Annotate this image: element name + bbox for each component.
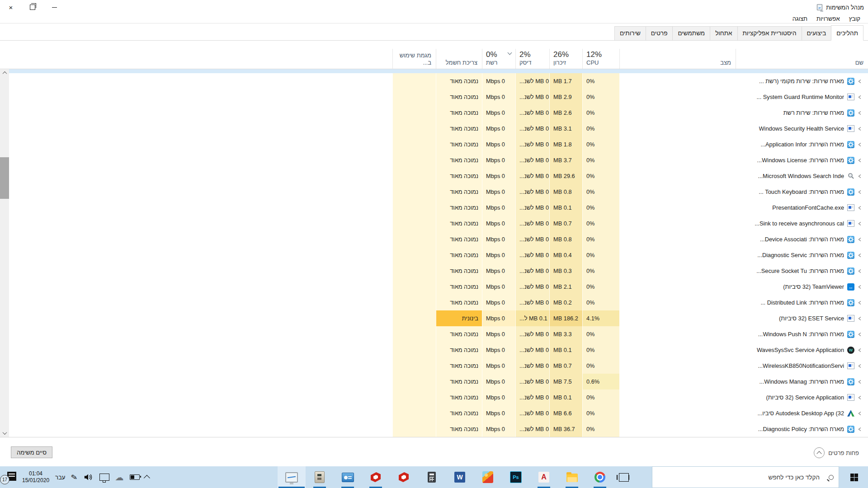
taskbar-app-display-app[interactable] bbox=[334, 466, 362, 488]
taskbar-app-file-explorer[interactable] bbox=[558, 466, 586, 488]
tab-5[interactable]: פרטים bbox=[646, 26, 673, 40]
vertical-scrollbar[interactable] bbox=[0, 69, 9, 437]
expand-chevron-icon[interactable] bbox=[858, 427, 862, 432]
expand-chevron-icon[interactable] bbox=[858, 79, 862, 84]
start-button[interactable] bbox=[840, 466, 868, 488]
taskbar-app-calculator[interactable] bbox=[418, 466, 446, 488]
expand-chevron-icon[interactable] bbox=[858, 142, 862, 147]
show-hidden-icons-chevron[interactable] bbox=[143, 475, 150, 481]
tab-2[interactable]: היסטוריית אפליקציות bbox=[737, 26, 802, 40]
expand-chevron-icon[interactable] bbox=[858, 221, 862, 226]
column-header-power-trend[interactable]: מגמת שימוש ב... bbox=[392, 49, 436, 69]
menu-item-2[interactable]: תצוגה bbox=[788, 14, 811, 23]
table-row[interactable]: מארח השירות: Touch Keyboard ...0%0.8 MB0… bbox=[0, 184, 868, 200]
restore-button[interactable] bbox=[22, 0, 43, 14]
task-view-button[interactable] bbox=[614, 466, 634, 488]
table-row[interactable]: מארח השירות: Diagnostic Servic...0%0.4 M… bbox=[0, 247, 868, 263]
expand-chevron-icon[interactable] bbox=[858, 269, 862, 273]
pen-icon[interactable]: ✎ bbox=[71, 472, 79, 482]
menu-item-0[interactable]: קובץ bbox=[845, 14, 864, 23]
scrollbar-thumb[interactable] bbox=[0, 157, 9, 199]
taskbar-app-word[interactable]: W bbox=[446, 466, 474, 488]
column-header-cpu[interactable]: 12% CPU bbox=[582, 49, 619, 69]
table-row[interactable]: WirelessKB850NotificationServi...0%0.7 M… bbox=[0, 358, 868, 374]
column-header-disk[interactable]: 2% דיסק bbox=[515, 49, 549, 69]
volume-icon[interactable] bbox=[84, 473, 94, 481]
taskbar-search[interactable] bbox=[652, 466, 839, 488]
taskbar-clock[interactable]: 01:04 15/01/2020 bbox=[22, 470, 49, 484]
table-row[interactable]: מארח השירות: Windows Push N...0%3.3 MB0 … bbox=[0, 326, 868, 342]
table-row[interactable]: ↔TeamViewer (32 סיביות)0%2.1 MB0 MB לשנ.… bbox=[0, 279, 868, 295]
table-row[interactable]: מארח שירות: שירות מקומי (רשת ...0%1.7 MB… bbox=[0, 73, 868, 89]
minimize-button[interactable] bbox=[43, 0, 65, 14]
table-row[interactable]: System Guard Runtime Monitor ...0%2.9 MB… bbox=[0, 89, 868, 105]
table-row[interactable]: מארח השירות: Windows Manag...0.6%7.5 MB0… bbox=[0, 374, 868, 389]
scroll-down-icon[interactable] bbox=[0, 429, 9, 437]
table-row[interactable]: מארח שירות: שירות רשת0%2.6 MB0 MB לשנ...… bbox=[0, 105, 868, 121]
network-icon[interactable] bbox=[99, 474, 109, 481]
column-header-memory[interactable]: 26% זיכרון bbox=[549, 49, 582, 69]
expand-chevron-icon[interactable] bbox=[858, 300, 862, 305]
tab-0[interactable]: תהליכים bbox=[831, 25, 863, 41]
expand-chevron-icon[interactable] bbox=[858, 380, 862, 384]
end-task-button[interactable]: סיים משימה bbox=[11, 446, 52, 458]
tab-3[interactable]: אתחול bbox=[710, 26, 737, 40]
expand-chevron-icon[interactable] bbox=[858, 237, 862, 242]
expand-chevron-icon[interactable] bbox=[858, 332, 862, 337]
close-button[interactable]: × bbox=[0, 0, 22, 14]
table-row[interactable]: Sink to receive asynchronous cal...0%0.7… bbox=[0, 216, 868, 231]
search-input[interactable] bbox=[652, 474, 823, 481]
table-row[interactable]: Autodesk Desktop App (32 סיביו...0%6.6 M… bbox=[0, 405, 868, 421]
scroll-up-icon[interactable] bbox=[0, 69, 9, 77]
tab-6[interactable]: שירותים bbox=[614, 26, 646, 40]
photoshop-icon: Ps bbox=[510, 471, 522, 483]
expand-chevron-icon[interactable] bbox=[858, 411, 862, 416]
tab-1[interactable]: ביצועים bbox=[802, 26, 832, 40]
column-header-power[interactable]: צריכת חשמל bbox=[436, 49, 482, 69]
table-row[interactable]: PresentationFontCache.exe0%0.1 MB0 MB לש… bbox=[0, 200, 868, 216]
table-row[interactable]: מארח השירות: Windows License...0%3.7 MB0… bbox=[0, 152, 868, 168]
table-row[interactable]: Windows Security Health Service0%3.1 MB0… bbox=[0, 121, 868, 136]
expand-chevron-icon[interactable] bbox=[858, 95, 862, 99]
taskbar-app-autocad[interactable]: A bbox=[530, 466, 558, 488]
expand-chevron-icon[interactable] bbox=[858, 348, 862, 352]
taskbar-app-chrome[interactable] bbox=[586, 466, 614, 488]
expand-chevron-icon[interactable] bbox=[858, 395, 862, 400]
expand-chevron-icon[interactable] bbox=[858, 190, 862, 194]
fewer-details-toggle[interactable]: פחות פרטים bbox=[814, 447, 859, 458]
expand-chevron-icon[interactable] bbox=[858, 111, 862, 115]
tab-4[interactable]: משתמשים bbox=[672, 26, 710, 40]
expand-chevron-icon[interactable] bbox=[858, 316, 862, 321]
table-row[interactable]: מארח השירות: Device Associati...0%0.8 MB… bbox=[0, 231, 868, 247]
taskbar-app-machine-app[interactable] bbox=[306, 466, 334, 488]
table-row[interactable]: מארח השירות: Secure Socket Tu...0%0.3 MB… bbox=[0, 263, 868, 279]
table-row[interactable]: מארח השירות: Diagnostic Policy...0%36.7 … bbox=[0, 421, 868, 437]
menu-item-1[interactable]: אפשרויות bbox=[812, 14, 844, 23]
language-indicator[interactable]: עבר bbox=[55, 474, 65, 481]
expand-chevron-icon[interactable] bbox=[858, 206, 862, 210]
expand-chevron-icon[interactable] bbox=[858, 158, 862, 163]
table-row[interactable]: מארח השירות: Application Infor...0%1.8 M… bbox=[0, 136, 868, 152]
expand-chevron-icon[interactable] bbox=[858, 127, 862, 131]
column-header-name[interactable]: שם bbox=[736, 49, 868, 69]
table-row[interactable]: WWavesSysSvc Service Application0%0.1 MB… bbox=[0, 342, 868, 358]
taskbar-app-sketchup-2[interactable] bbox=[390, 466, 418, 488]
notification-center-icon[interactable]: 17 bbox=[3, 472, 16, 483]
expand-chevron-icon[interactable] bbox=[858, 253, 862, 258]
taskbar-app-photoshop[interactable]: Ps bbox=[502, 466, 530, 488]
expand-chevron-icon[interactable] bbox=[858, 285, 862, 289]
column-header-network[interactable]: 0% רשת bbox=[482, 49, 515, 69]
column-header-status[interactable]: מצב bbox=[619, 49, 736, 69]
taskbar-app-task-manager[interactable] bbox=[278, 466, 306, 488]
table-row[interactable]: מארח השירות: Distributed Link ...0%0.2 M… bbox=[0, 295, 868, 310]
onedrive-cloud-icon[interactable]: ☁ bbox=[115, 472, 124, 483]
table-row[interactable]: Service Application (32 סיביות)0%0.1 MB0… bbox=[0, 389, 868, 405]
table-row[interactable]: Microsoft Windows Search Inde...0%29.6 M… bbox=[0, 168, 868, 184]
expand-chevron-icon[interactable] bbox=[858, 364, 862, 368]
table-row[interactable]: ESET Service (32 סיביות)4.1%186.2 MB0.1 … bbox=[0, 310, 868, 326]
taskbar-app-sketchup[interactable] bbox=[362, 466, 390, 488]
taskbar-app-candy-crush[interactable] bbox=[474, 466, 502, 488]
power-usage-cell: נמוכה מאוד bbox=[436, 389, 482, 405]
battery-icon[interactable] bbox=[130, 474, 140, 480]
expand-chevron-icon[interactable] bbox=[858, 174, 862, 178]
